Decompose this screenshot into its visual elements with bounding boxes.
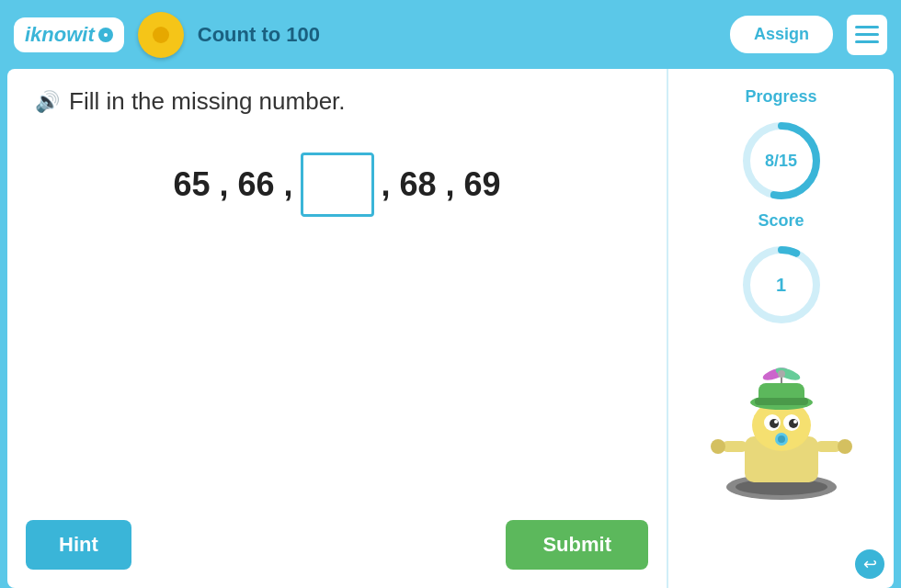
score-value: 1 [776, 275, 786, 296]
sound-icon[interactable]: 🔊 [35, 90, 60, 114]
assign-button[interactable]: Assign [730, 16, 833, 53]
svg-rect-25 [815, 441, 841, 452]
lesson-title: Count to 100 [198, 23, 716, 47]
svg-rect-23 [722, 441, 747, 452]
menu-line-2 [855, 33, 879, 36]
sequence-before: 65 , 66 , [173, 165, 292, 204]
score-circle: 1 [740, 243, 823, 326]
svg-point-13 [793, 420, 797, 424]
right-panel: Progress 8/15 Score 1 [668, 69, 894, 588]
submit-button[interactable]: Submit [506, 520, 648, 570]
svg-point-26 [838, 439, 852, 454]
back-arrow-icon: ↩ [863, 554, 877, 574]
logo-icon [98, 28, 113, 42]
header: iknowit Count to 100 Assign [0, 0, 901, 69]
nav-back-button[interactable]: ↩ [855, 549, 884, 579]
menu-line-1 [855, 26, 879, 28]
menu-button[interactable] [847, 15, 887, 55]
main-content: 🔊 Fill in the missing number. 65 , 66 , … [7, 69, 894, 588]
svg-point-11 [789, 419, 798, 428]
coin-icon [138, 12, 184, 58]
robot-character [703, 345, 860, 501]
question-header: 🔊 Fill in the missing number. [35, 87, 639, 116]
question-text: Fill in the missing number. [69, 87, 346, 116]
hint-button[interactable]: Hint [26, 520, 131, 570]
score-label: Score [758, 211, 804, 231]
logo-text: iknowit [25, 23, 95, 47]
svg-point-22 [778, 370, 785, 378]
logo: iknowit [14, 17, 124, 52]
left-panel: 🔊 Fill in the missing number. 65 , 66 , … [7, 69, 668, 588]
answer-input[interactable] [301, 153, 374, 217]
number-sequence: 65 , 66 , , 68 , 69 [35, 153, 639, 217]
menu-line-3 [855, 40, 879, 43]
svg-point-24 [711, 439, 725, 454]
coin-inner [153, 27, 169, 43]
svg-rect-18 [755, 398, 808, 405]
progress-label: Progress [745, 87, 816, 107]
progress-value: 8/15 [765, 152, 797, 171]
bottom-buttons: Hint Submit [26, 520, 648, 570]
sequence-after: , 68 , 69 [382, 165, 501, 204]
svg-point-10 [770, 419, 779, 428]
svg-point-12 [774, 420, 778, 424]
svg-point-15 [778, 435, 785, 443]
progress-circle: 8/15 [740, 119, 823, 202]
